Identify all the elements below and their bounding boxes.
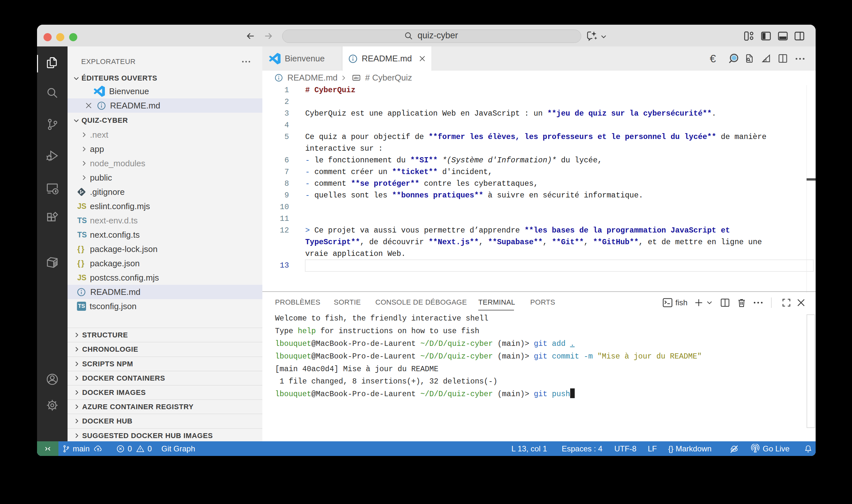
- svg-text:abc: abc: [354, 76, 359, 79]
